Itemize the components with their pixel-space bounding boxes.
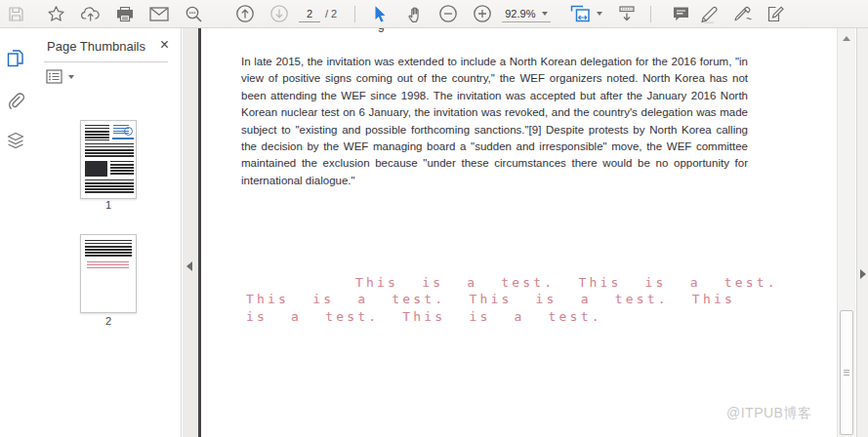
test-text-line: This is a test. This is a test. This	[246, 291, 793, 307]
hand-icon	[407, 5, 425, 23]
zoom-out-button[interactable]	[436, 2, 460, 26]
collapse-panel-arrow-icon[interactable]	[186, 261, 192, 271]
tools-pane-handle[interactable]	[856, 28, 868, 437]
paperclip-icon	[7, 92, 24, 111]
page-scroll-mode-button[interactable]	[615, 2, 639, 26]
thumbnail-options-button[interactable]	[46, 69, 74, 84]
plus-circle-icon	[473, 4, 492, 23]
fit-width-chevron-icon[interactable]	[597, 12, 602, 16]
sidebar-item-layers[interactable]	[5, 130, 26, 151]
thumbnail-1-photo	[85, 161, 107, 177]
toolbar-divider	[650, 6, 651, 22]
comment-bubble-icon	[672, 6, 690, 22]
test-text-line: is a test. This is a test.	[246, 308, 793, 325]
highlight-tool-button[interactable]	[698, 2, 722, 26]
layers-icon	[6, 131, 25, 150]
envelope-icon	[149, 7, 169, 21]
panel-title: Page Thumbnails	[47, 39, 145, 54]
navigation-rail	[0, 28, 29, 437]
cursor-arrow-icon	[373, 5, 388, 23]
thumbnail-1-logo-circle	[124, 127, 133, 136]
star-favorites-button[interactable]	[44, 2, 67, 26]
fill-and-sign-button[interactable]	[764, 2, 787, 26]
toolbar-divider	[354, 6, 355, 22]
email-button[interactable]	[147, 2, 171, 26]
printer-icon	[116, 6, 134, 22]
comment-tool-button[interactable]	[669, 2, 692, 26]
expand-tools-arrow-icon[interactable]	[860, 269, 866, 279]
thumbnail-page-1[interactable]	[80, 120, 137, 199]
thumbnail-1-text-block	[110, 161, 134, 177]
page-thumbnails-panel: Page Thumbnails × 1 2	[29, 28, 182, 437]
thumbnail-1-text-block	[85, 179, 134, 195]
cloud-upload-icon	[81, 5, 101, 22]
fit-width-button[interactable]	[568, 2, 594, 26]
vertical-scrollbar[interactable]	[837, 28, 855, 437]
test-text-block: This is a test. This is a test. This is …	[246, 274, 793, 325]
sidebar-item-attachments[interactable]	[5, 91, 26, 112]
chevron-down-icon	[68, 75, 74, 79]
clipped-text-fragment: g	[378, 28, 392, 34]
zoom-level-dropdown[interactable]: 92.9%	[502, 5, 551, 22]
thumbnail-2-label: 2	[80, 315, 137, 327]
scrollbar-thumb[interactable]	[840, 310, 853, 435]
pdf-viewer-window: / 2 92.9%	[0, 0, 868, 437]
zoom-in-button[interactable]	[471, 2, 494, 26]
previous-page-button[interactable]	[233, 2, 257, 26]
page-thumbnails-icon	[6, 49, 25, 68]
thumbnail-2-pink-text	[87, 261, 129, 269]
search-button[interactable]	[182, 2, 205, 26]
thumbnail-1-text-block	[85, 125, 109, 140]
highlighter-icon	[700, 5, 720, 23]
options-list-icon	[46, 69, 62, 84]
page-total-label: / 2	[325, 8, 337, 20]
chevron-down-icon	[542, 12, 548, 16]
minus-circle-icon	[438, 4, 458, 23]
toolbar: / 2 92.9%	[0, 0, 868, 28]
star-icon	[47, 5, 65, 23]
fountain-pen-icon	[733, 5, 754, 22]
fill-sign-page-icon	[765, 5, 785, 23]
select-tool-button[interactable]	[368, 2, 392, 26]
save-icon	[8, 6, 24, 22]
hand-tool-button[interactable]	[404, 2, 428, 26]
save-button[interactable]	[4, 2, 27, 26]
share-button[interactable]	[79, 2, 103, 26]
search-icon	[185, 5, 203, 23]
document-page: g In late 2015, the invitation was exten…	[201, 28, 837, 437]
test-text-line: This is a test. This is a test.	[246, 274, 793, 291]
thumbnail-1-logo-rule	[112, 138, 134, 139]
sidebar-item-page-thumbnails[interactable]	[5, 48, 26, 69]
panel-splitter[interactable]	[183, 28, 198, 437]
thumbnail-1-label: 1	[80, 199, 137, 211]
body-paragraph: In late 2015, the invitation was extende…	[241, 54, 748, 189]
print-button[interactable]	[113, 2, 137, 26]
page-scroll-icon	[617, 5, 637, 23]
arrow-down-circle-icon	[269, 4, 289, 23]
panel-divider	[44, 61, 168, 62]
fit-width-icon	[570, 5, 592, 23]
sign-tool-button[interactable]	[731, 2, 755, 26]
thumbnail-page-2[interactable]	[80, 234, 137, 313]
arrow-up-circle-icon	[235, 4, 255, 23]
watermark: @ITPUB博客	[726, 405, 811, 422]
scrollbar-grip	[844, 370, 849, 376]
scroll-up-arrow-icon[interactable]	[843, 36, 850, 41]
thumbnail-2-text-block	[85, 240, 132, 258]
zoom-level-value: 92.9%	[505, 8, 535, 20]
next-page-button[interactable]	[268, 2, 291, 26]
page-number-input[interactable]	[299, 5, 320, 22]
close-panel-button[interactable]: ×	[160, 37, 169, 53]
thumbnail-1-text-block	[85, 143, 134, 158]
